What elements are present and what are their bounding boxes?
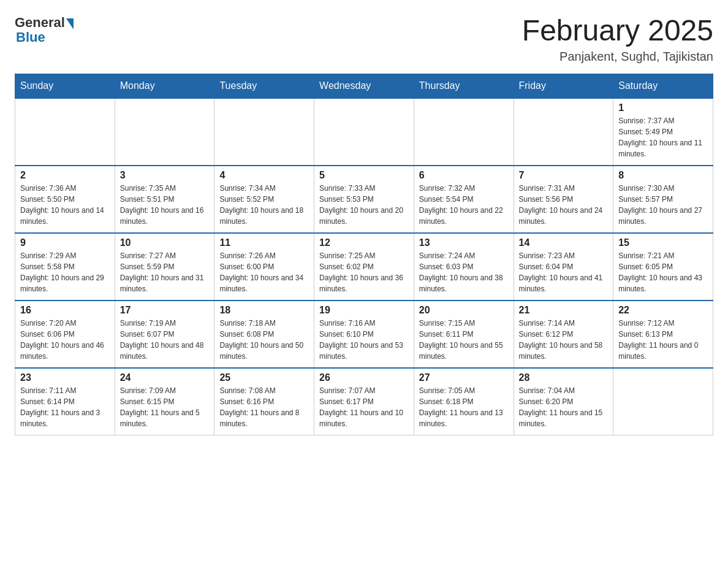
day-number: 16 xyxy=(20,305,110,316)
title-block: February 2025 Panjakent, Sughd, Tajikist… xyxy=(522,15,713,64)
calendar-cell: 21Sunrise: 7:14 AMSunset: 6:12 PMDayligh… xyxy=(514,301,613,368)
page-header: General Blue February 2025 Panjakent, Su… xyxy=(15,15,713,64)
day-info: Sunrise: 7:21 AMSunset: 6:05 PMDaylight:… xyxy=(618,250,708,294)
calendar-cell: 12Sunrise: 7:25 AMSunset: 6:02 PMDayligh… xyxy=(314,233,414,301)
calendar-cell: 10Sunrise: 7:27 AMSunset: 5:59 PMDayligh… xyxy=(115,233,214,301)
calendar-cell: 22Sunrise: 7:12 AMSunset: 6:13 PMDayligh… xyxy=(613,301,713,368)
calendar-cell: 23Sunrise: 7:11 AMSunset: 6:14 PMDayligh… xyxy=(15,368,115,435)
calendar-cell: 25Sunrise: 7:08 AMSunset: 6:16 PMDayligh… xyxy=(214,368,314,435)
calendar-cell xyxy=(314,98,414,166)
day-number: 10 xyxy=(120,237,210,248)
day-info: Sunrise: 7:37 AMSunset: 5:49 PMDaylight:… xyxy=(618,115,708,159)
weekday-header-saturday: Saturday xyxy=(613,74,713,98)
day-number: 22 xyxy=(618,305,708,316)
day-number: 1 xyxy=(618,102,708,113)
logo-general-text: General xyxy=(15,15,65,31)
logo-arrow-icon xyxy=(66,18,74,29)
day-number: 25 xyxy=(219,372,309,383)
day-info: Sunrise: 7:04 AMSunset: 6:20 PMDaylight:… xyxy=(519,385,609,429)
day-info: Sunrise: 7:31 AMSunset: 5:56 PMDaylight:… xyxy=(519,183,609,227)
day-number: 3 xyxy=(120,170,210,181)
day-info: Sunrise: 7:23 AMSunset: 6:04 PMDaylight:… xyxy=(519,250,609,294)
calendar-cell xyxy=(613,368,713,435)
day-number: 14 xyxy=(519,237,609,248)
day-number: 20 xyxy=(419,305,509,316)
day-info: Sunrise: 7:35 AMSunset: 5:51 PMDaylight:… xyxy=(120,183,210,227)
calendar-week-row: 1Sunrise: 7:37 AMSunset: 5:49 PMDaylight… xyxy=(15,98,713,166)
calendar-cell xyxy=(514,98,613,166)
calendar-cell: 17Sunrise: 7:19 AMSunset: 6:07 PMDayligh… xyxy=(115,301,214,368)
calendar-cell: 8Sunrise: 7:30 AMSunset: 5:57 PMDaylight… xyxy=(613,166,713,233)
calendar-cell: 13Sunrise: 7:24 AMSunset: 6:03 PMDayligh… xyxy=(414,233,514,301)
day-info: Sunrise: 7:32 AMSunset: 5:54 PMDaylight:… xyxy=(419,183,509,227)
day-number: 26 xyxy=(319,372,409,383)
calendar-cell: 11Sunrise: 7:26 AMSunset: 6:00 PMDayligh… xyxy=(214,233,314,301)
calendar-week-row: 2Sunrise: 7:36 AMSunset: 5:50 PMDaylight… xyxy=(15,166,713,233)
day-number: 7 xyxy=(519,170,609,181)
calendar-cell: 18Sunrise: 7:18 AMSunset: 6:08 PMDayligh… xyxy=(214,301,314,368)
day-number: 11 xyxy=(219,237,309,248)
day-number: 19 xyxy=(319,305,409,316)
day-number: 12 xyxy=(319,237,409,248)
calendar-cell: 26Sunrise: 7:07 AMSunset: 6:17 PMDayligh… xyxy=(314,368,414,435)
day-info: Sunrise: 7:15 AMSunset: 6:11 PMDaylight:… xyxy=(419,318,509,362)
calendar-cell: 14Sunrise: 7:23 AMSunset: 6:04 PMDayligh… xyxy=(514,233,613,301)
calendar-cell: 6Sunrise: 7:32 AMSunset: 5:54 PMDaylight… xyxy=(414,166,514,233)
day-info: Sunrise: 7:20 AMSunset: 6:06 PMDaylight:… xyxy=(20,318,110,362)
day-info: Sunrise: 7:11 AMSunset: 6:14 PMDaylight:… xyxy=(20,385,110,429)
day-info: Sunrise: 7:24 AMSunset: 6:03 PMDaylight:… xyxy=(419,250,509,294)
day-number: 18 xyxy=(219,305,309,316)
calendar-cell xyxy=(15,98,115,166)
calendar-cell: 5Sunrise: 7:33 AMSunset: 5:53 PMDaylight… xyxy=(314,166,414,233)
calendar-cell: 2Sunrise: 7:36 AMSunset: 5:50 PMDaylight… xyxy=(15,166,115,233)
day-number: 9 xyxy=(20,237,110,248)
day-number: 13 xyxy=(419,237,509,248)
calendar-table: SundayMondayTuesdayWednesdayThursdayFrid… xyxy=(15,74,713,436)
calendar-cell: 9Sunrise: 7:29 AMSunset: 5:58 PMDaylight… xyxy=(15,233,115,301)
calendar-cell: 1Sunrise: 7:37 AMSunset: 5:49 PMDaylight… xyxy=(613,98,713,166)
day-info: Sunrise: 7:25 AMSunset: 6:02 PMDaylight:… xyxy=(319,250,409,294)
day-info: Sunrise: 7:08 AMSunset: 6:16 PMDaylight:… xyxy=(219,385,309,429)
day-info: Sunrise: 7:30 AMSunset: 5:57 PMDaylight:… xyxy=(618,183,708,227)
day-info: Sunrise: 7:26 AMSunset: 6:00 PMDaylight:… xyxy=(219,250,309,294)
day-info: Sunrise: 7:09 AMSunset: 6:15 PMDaylight:… xyxy=(120,385,210,429)
calendar-cell: 15Sunrise: 7:21 AMSunset: 6:05 PMDayligh… xyxy=(613,233,713,301)
calendar-cell xyxy=(214,98,314,166)
calendar-cell: 24Sunrise: 7:09 AMSunset: 6:15 PMDayligh… xyxy=(115,368,214,435)
day-info: Sunrise: 7:14 AMSunset: 6:12 PMDaylight:… xyxy=(519,318,609,362)
day-info: Sunrise: 7:05 AMSunset: 6:18 PMDaylight:… xyxy=(419,385,509,429)
calendar-cell: 7Sunrise: 7:31 AMSunset: 5:56 PMDaylight… xyxy=(514,166,613,233)
calendar-cell: 28Sunrise: 7:04 AMSunset: 6:20 PMDayligh… xyxy=(514,368,613,435)
calendar-cell: 3Sunrise: 7:35 AMSunset: 5:51 PMDaylight… xyxy=(115,166,214,233)
calendar-cell xyxy=(115,98,214,166)
calendar-cell: 27Sunrise: 7:05 AMSunset: 6:18 PMDayligh… xyxy=(414,368,514,435)
calendar-week-row: 23Sunrise: 7:11 AMSunset: 6:14 PMDayligh… xyxy=(15,368,713,435)
day-info: Sunrise: 7:18 AMSunset: 6:08 PMDaylight:… xyxy=(219,318,309,362)
day-number: 5 xyxy=(319,170,409,181)
day-info: Sunrise: 7:27 AMSunset: 5:59 PMDaylight:… xyxy=(120,250,210,294)
day-info: Sunrise: 7:29 AMSunset: 5:58 PMDaylight:… xyxy=(20,250,110,294)
weekday-header-friday: Friday xyxy=(514,74,613,98)
calendar-cell xyxy=(414,98,514,166)
location-title: Panjakent, Sughd, Tajikistan xyxy=(522,50,713,64)
logo-blue-text: Blue xyxy=(16,29,45,45)
day-number: 27 xyxy=(419,372,509,383)
day-number: 6 xyxy=(419,170,509,181)
calendar-week-row: 9Sunrise: 7:29 AMSunset: 5:58 PMDaylight… xyxy=(15,233,713,301)
day-info: Sunrise: 7:33 AMSunset: 5:53 PMDaylight:… xyxy=(319,183,409,227)
day-number: 4 xyxy=(219,170,309,181)
day-number: 15 xyxy=(618,237,708,248)
day-info: Sunrise: 7:16 AMSunset: 6:10 PMDaylight:… xyxy=(319,318,409,362)
day-number: 2 xyxy=(20,170,110,181)
calendar-cell: 16Sunrise: 7:20 AMSunset: 6:06 PMDayligh… xyxy=(15,301,115,368)
weekday-header-monday: Monday xyxy=(115,74,214,98)
day-number: 17 xyxy=(120,305,210,316)
day-number: 28 xyxy=(519,372,609,383)
day-info: Sunrise: 7:12 AMSunset: 6:13 PMDaylight:… xyxy=(618,318,708,362)
day-info: Sunrise: 7:07 AMSunset: 6:17 PMDaylight:… xyxy=(319,385,409,429)
day-info: Sunrise: 7:19 AMSunset: 6:07 PMDaylight:… xyxy=(120,318,210,362)
day-number: 24 xyxy=(120,372,210,383)
weekday-header-tuesday: Tuesday xyxy=(214,74,314,98)
day-number: 23 xyxy=(20,372,110,383)
calendar-cell: 4Sunrise: 7:34 AMSunset: 5:52 PMDaylight… xyxy=(214,166,314,233)
